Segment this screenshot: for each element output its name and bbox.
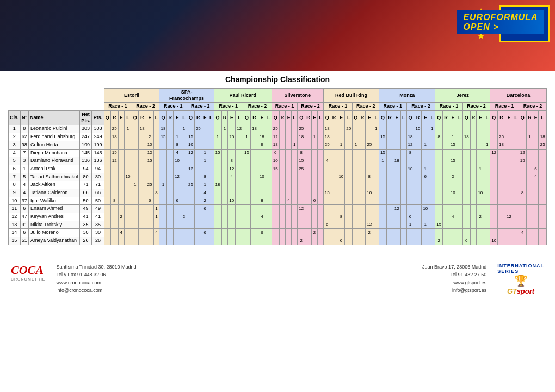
col-q: Q	[323, 111, 331, 125]
score-cell	[153, 221, 159, 229]
col-r: R	[386, 111, 393, 125]
score-cell	[124, 213, 132, 221]
score-cell	[159, 165, 167, 173]
score-cell	[266, 125, 272, 133]
score-cell	[208, 141, 214, 149]
score-cell	[272, 237, 279, 245]
score-cell	[379, 189, 387, 197]
score-cell: 10	[228, 197, 236, 205]
score-cell	[470, 141, 477, 149]
footer: COCA CRONOMETRIE Santísima Trinidad 30, …	[0, 255, 555, 301]
score-cell	[337, 133, 345, 141]
score-cell	[146, 237, 153, 245]
score-cell	[422, 213, 429, 221]
score-cell: 25	[298, 125, 305, 133]
score-cell	[470, 237, 477, 245]
score-cell	[449, 149, 457, 157]
score-cell	[498, 125, 505, 133]
score-cell	[266, 197, 272, 205]
score-cell	[533, 205, 539, 213]
score-cell: 15	[323, 189, 331, 197]
table-cell: 4	[20, 181, 29, 189]
score-cell	[236, 189, 243, 197]
col-l: L	[266, 111, 272, 125]
score-cell	[305, 189, 312, 197]
score-cell	[279, 149, 286, 157]
score-cell	[386, 205, 393, 213]
score-cell	[311, 213, 317, 221]
score-cell	[132, 149, 138, 157]
score-cell	[505, 157, 513, 165]
score-cell	[519, 205, 526, 213]
score-cell	[435, 181, 443, 189]
score-cell	[490, 221, 498, 229]
score-cell	[366, 205, 373, 213]
score-cell	[187, 213, 194, 221]
score-cell	[513, 229, 519, 237]
score-cell	[462, 149, 470, 157]
score-cell	[490, 213, 498, 221]
score-cell	[298, 229, 305, 237]
score-cell	[366, 237, 373, 245]
score-cell	[104, 221, 110, 229]
score-cell	[311, 237, 317, 245]
score-cell: 2	[298, 237, 305, 245]
table-cell: 12	[9, 213, 21, 221]
score-cell	[484, 149, 490, 157]
score-cell	[298, 141, 305, 149]
score-cell	[251, 189, 258, 197]
score-cell	[317, 213, 323, 221]
score-cell	[298, 221, 305, 229]
score-cell	[221, 181, 228, 189]
table-cell: 66	[79, 189, 91, 197]
score-cell: 4	[533, 173, 539, 181]
col-f: F	[366, 111, 373, 125]
score-cell	[457, 157, 462, 165]
score-cell	[317, 125, 323, 133]
score-cell	[470, 133, 477, 141]
score-cell	[208, 229, 214, 237]
col-f: F	[286, 111, 292, 125]
score-cell	[118, 181, 124, 189]
score-cell	[311, 149, 317, 157]
table-cell: 249	[92, 133, 104, 141]
score-cell	[435, 205, 443, 213]
score-cell	[243, 157, 251, 165]
col-q: Q	[132, 111, 138, 125]
logo-area: ★★ ★★ EF EUROFORMULA OPEN >	[477, 5, 550, 42]
score-cell	[484, 133, 490, 141]
score-cell: 1	[429, 125, 435, 133]
score-cell	[414, 213, 422, 221]
score-cell	[505, 125, 513, 133]
score-cell	[292, 181, 298, 189]
score-cell	[138, 165, 146, 173]
score-cell	[167, 181, 174, 189]
score-cell	[236, 157, 243, 165]
euroformula-label: EUROFORMULA OPEN >	[457, 10, 544, 34]
score-cell	[243, 205, 251, 213]
table-cell: Enaam Ahmed	[29, 205, 80, 213]
score-cell: 4	[118, 229, 124, 237]
score-cell	[393, 213, 400, 221]
score-cell	[373, 141, 379, 149]
score-cell	[124, 133, 132, 141]
score-cell	[317, 133, 323, 141]
score-cell	[251, 181, 258, 189]
score-cell	[266, 237, 272, 245]
footer-address: Santísima Trinidad 30, 28010 Madrid	[57, 263, 137, 271]
redbull-race2: Race - 2	[353, 103, 379, 111]
score-cell	[359, 149, 366, 157]
score-cell: 10	[272, 157, 279, 165]
score-cell	[208, 205, 214, 213]
table-cell: 1	[9, 125, 21, 133]
score-cell: 25	[187, 181, 194, 189]
score-cell	[228, 205, 236, 213]
score-cell	[359, 181, 366, 189]
score-cell	[393, 165, 400, 173]
score-cell	[292, 165, 298, 173]
score-cell	[272, 189, 279, 197]
score-cell	[236, 173, 243, 181]
score-cell: 12	[110, 157, 118, 165]
col-q: Q	[243, 111, 251, 125]
table-row: 47Diego Menchaca145145151241211515681581…	[9, 149, 547, 157]
